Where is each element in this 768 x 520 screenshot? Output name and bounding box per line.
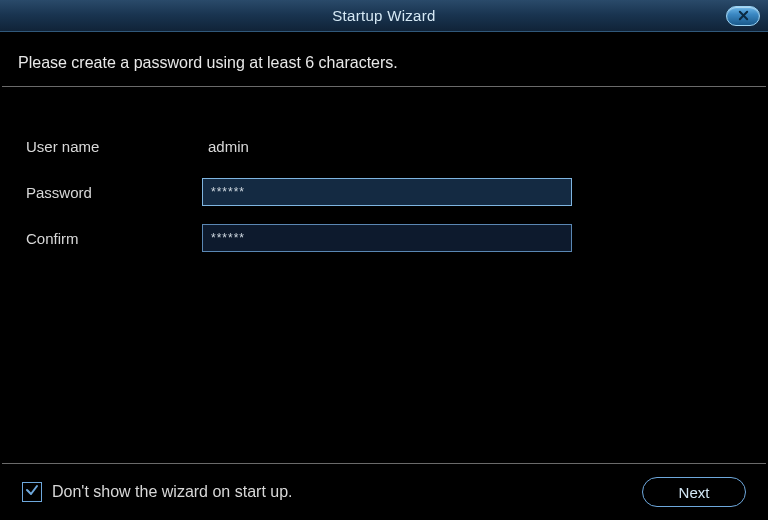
username-value: admin [202, 138, 249, 155]
password-input[interactable] [202, 178, 572, 206]
dont-show-checkbox[interactable] [22, 482, 42, 502]
username-label: User name [26, 138, 202, 155]
window-title: Startup Wizard [332, 7, 435, 24]
confirm-row: Confirm [26, 223, 750, 253]
checkbox-label: Don't show the wizard on start up. [52, 483, 293, 501]
next-button[interactable]: Next [642, 477, 746, 507]
password-row: Password [26, 177, 750, 207]
password-label: Password [26, 184, 202, 201]
username-row: User name admin [26, 131, 750, 161]
instruction-text: Please create a password using at least … [0, 32, 768, 86]
check-icon [25, 483, 39, 501]
checkbox-group: Don't show the wizard on start up. [22, 482, 293, 502]
confirm-input[interactable] [202, 224, 572, 252]
footer: Don't show the wizard on start up. Next [0, 464, 768, 520]
form-area: User name admin Password Confirm [0, 87, 768, 253]
next-button-label: Next [679, 484, 710, 501]
titlebar: Startup Wizard [0, 0, 768, 32]
close-button[interactable] [726, 6, 760, 26]
close-icon [738, 7, 749, 25]
confirm-label: Confirm [26, 230, 202, 247]
